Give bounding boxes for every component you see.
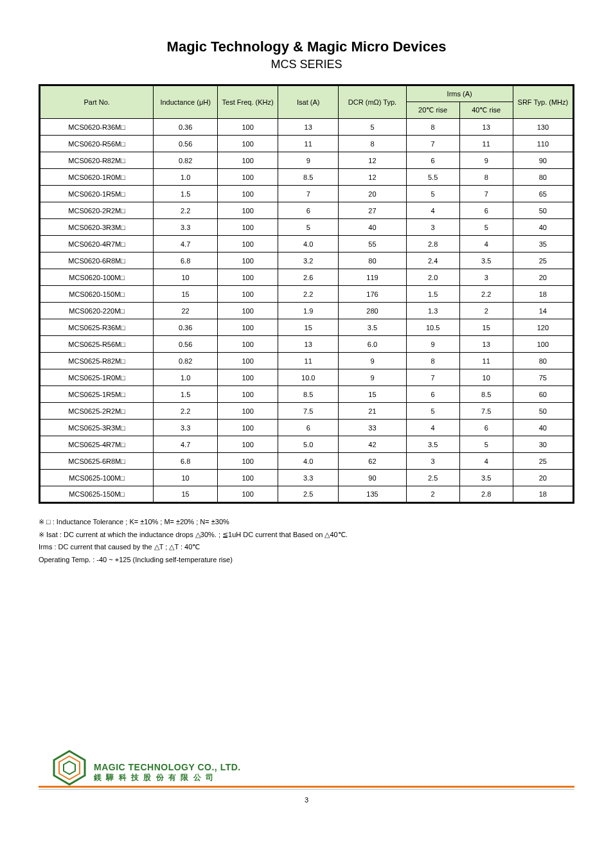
th-srf: SRF Typ. (MHz) (513, 85, 573, 119)
cell-dcr: 8 (339, 136, 406, 152)
cell-i40: 6 (459, 420, 513, 436)
cell-part: MCS0625-6R8M□ (40, 453, 154, 470)
cell-srf: 60 (513, 386, 573, 403)
cell-srf: 25 (513, 453, 573, 470)
cell-ind: 0.56 (154, 336, 218, 353)
cell-freq: 100 (217, 420, 278, 436)
cell-i20: 4 (406, 420, 459, 436)
cell-srf: 40 (513, 219, 573, 236)
cell-srf: 100 (513, 336, 573, 353)
cell-part: MCS0625-2R2M□ (40, 403, 154, 420)
cell-dcr: 42 (339, 436, 406, 453)
cell-freq: 100 (217, 202, 278, 219)
cell-ind: 0.82 (154, 353, 218, 369)
cell-freq: 100 (217, 336, 278, 353)
cell-dcr: 3.5 (339, 319, 406, 336)
cell-i20: 9 (406, 336, 459, 353)
cell-freq: 100 (217, 119, 278, 136)
cell-part: MCS0625-4R7M□ (40, 436, 154, 453)
page-number: 3 (0, 796, 613, 804)
cell-dcr: 119 (339, 269, 406, 286)
th-isat: Isat (A) (278, 85, 339, 119)
cell-dcr: 6.0 (339, 336, 406, 353)
cell-isat: 3.3 (278, 470, 339, 486)
page-footer: MAGIC TECHNOLOGY CO., LTD. 鎂 驊 科 技 股 份 有… (0, 750, 613, 804)
cell-dcr: 12 (339, 169, 406, 186)
cell-isat: 6 (278, 420, 339, 436)
cell-isat: 4.0 (278, 236, 339, 252)
cell-dcr: 21 (339, 403, 406, 420)
cell-i40: 15 (459, 319, 513, 336)
cell-i20: 6 (406, 386, 459, 403)
cell-freq: 100 (217, 436, 278, 453)
cell-i20: 2.0 (406, 269, 459, 286)
cell-part: MCS0620-220M□ (40, 303, 154, 319)
cell-part: MCS0620-150M□ (40, 286, 154, 303)
cell-i20: 5 (406, 403, 459, 420)
cell-freq: 100 (217, 236, 278, 252)
cell-freq: 100 (217, 486, 278, 503)
th-irms20: 20℃ rise (406, 102, 459, 119)
cell-srf: 90 (513, 152, 573, 169)
cell-freq: 100 (217, 303, 278, 319)
cell-ind: 4.7 (154, 436, 218, 453)
cell-freq: 100 (217, 136, 278, 152)
cell-ind: 10 (154, 470, 218, 486)
note-1: ※ □ : Inductance Tolerance ; K= ±10% ; M… (39, 517, 574, 528)
cell-part: MCS0625-150M□ (40, 486, 154, 503)
table-row: MCS0620-R82M□0.821009126990 (40, 152, 574, 169)
cell-i20: 2 (406, 486, 459, 503)
cell-i40: 3 (459, 269, 513, 286)
table-row: MCS0620-220M□221001.92801.3214 (40, 303, 574, 319)
cell-freq: 100 (217, 369, 278, 386)
cell-dcr: 62 (339, 453, 406, 470)
cell-i40: 3.5 (459, 252, 513, 269)
cell-dcr: 27 (339, 202, 406, 219)
cell-freq: 100 (217, 186, 278, 202)
cell-freq: 100 (217, 252, 278, 269)
table-row: MCS0620-R56M□0.56100118711110 (40, 136, 574, 152)
table-row: MCS0620-150M□151002.21761.52.218 (40, 286, 574, 303)
table-row: MCS0625-1R0M□1.010010.0971075 (40, 369, 574, 386)
cell-srf: 35 (513, 236, 573, 252)
page-title: Magic Technology & Magic Micro Devices (39, 39, 574, 55)
cell-ind: 6.8 (154, 252, 218, 269)
cell-srf: 80 (513, 169, 573, 186)
cell-srf: 20 (513, 470, 573, 486)
cell-isat: 8.5 (278, 169, 339, 186)
cell-freq: 100 (217, 353, 278, 369)
table-row: MCS0620-6R8M□6.81003.2802.43.525 (40, 252, 574, 269)
th-ind: Inductance (μH) (154, 85, 218, 119)
cell-isat: 13 (278, 336, 339, 353)
cell-part: MCS0625-R56M□ (40, 336, 154, 353)
cell-isat: 4.0 (278, 453, 339, 470)
cell-isat: 6 (278, 202, 339, 219)
cell-ind: 0.82 (154, 152, 218, 169)
cell-part: MCS0625-1R0M□ (40, 369, 154, 386)
cell-i40: 9 (459, 152, 513, 169)
cell-ind: 1.5 (154, 186, 218, 202)
cell-isat: 7 (278, 186, 339, 202)
cell-i40: 8.5 (459, 386, 513, 403)
cell-i40: 2.8 (459, 486, 513, 503)
company-name-cn: 鎂 驊 科 技 股 份 有 限 公 司 (94, 772, 574, 783)
cell-isat: 5 (278, 219, 339, 236)
cell-ind: 4.7 (154, 236, 218, 252)
cell-ind: 0.36 (154, 119, 218, 136)
cell-srf: 18 (513, 486, 573, 503)
note-4: Operating Temp. : -40 ~ +125 (Including … (39, 554, 574, 566)
cell-part: MCS0625-R82M□ (40, 353, 154, 369)
cell-i40: 11 (459, 353, 513, 369)
cell-isat: 5.0 (278, 436, 339, 453)
table-row: MCS0620-R36M□0.36100135813130 (40, 119, 574, 136)
cell-dcr: 9 (339, 369, 406, 386)
cell-part: MCS0620-100M□ (40, 269, 154, 286)
th-irms-group: Irms (A) (406, 85, 513, 102)
cell-ind: 3.3 (154, 420, 218, 436)
cell-ind: 1.0 (154, 169, 218, 186)
cell-freq: 100 (217, 319, 278, 336)
cell-i40: 3.5 (459, 470, 513, 486)
cell-isat: 13 (278, 119, 339, 136)
cell-i20: 8 (406, 353, 459, 369)
cell-i20: 2.4 (406, 252, 459, 269)
